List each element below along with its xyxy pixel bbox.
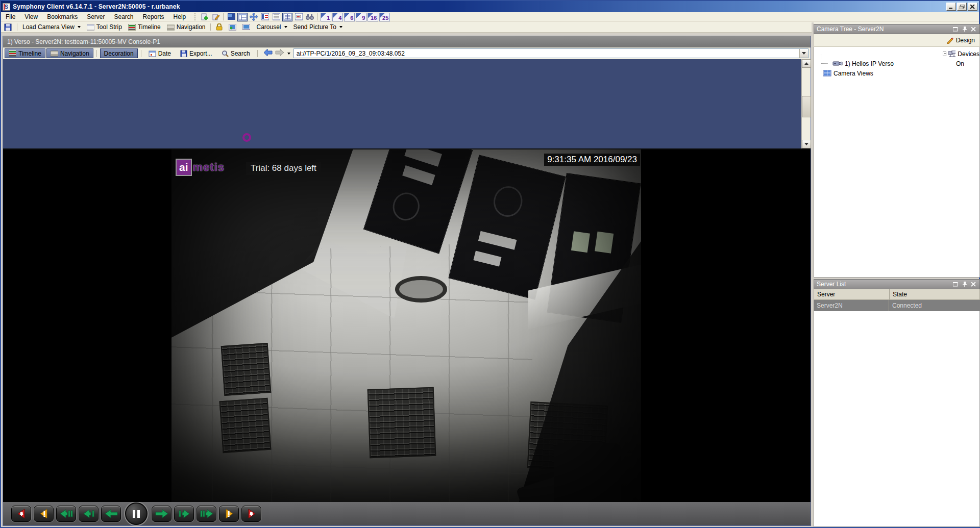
timeline-panel[interactable] — [3, 59, 811, 149]
close-panel-icon[interactable] — [970, 281, 977, 287]
float-panel-icon[interactable] — [952, 281, 959, 287]
camera-icon — [832, 61, 843, 67]
scroll-down-button[interactable] — [802, 140, 811, 148]
timeline-button[interactable]: Timeline — [5, 48, 45, 58]
menu-server[interactable]: Server — [82, 12, 109, 21]
layout-6-icon[interactable]: 6 — [344, 13, 355, 21]
dropdown-caret-icon — [802, 52, 806, 55]
server-row[interactable]: Server2N Connected — [814, 300, 980, 311]
float-panel-icon[interactable] — [952, 26, 959, 32]
layout-9-icon[interactable]: 9 — [356, 13, 366, 21]
trial-banner: Trial: 68 days left — [246, 162, 321, 175]
server-list-body — [814, 311, 980, 527]
column-header-state[interactable]: State — [890, 289, 979, 299]
camera-tree: Devices 1) Helios IP Verso On Camera Vie… — [814, 47, 980, 278]
camera-tree-title: Camera Tree - Server2N — [817, 26, 884, 33]
history-back-button[interactable] — [263, 48, 273, 59]
next-alarm-button[interactable] — [241, 506, 261, 522]
minimize-button[interactable] — [946, 3, 956, 11]
column-header-server[interactable]: Server — [814, 289, 890, 299]
menu-reports[interactable]: Reports — [138, 12, 169, 21]
server-list-titlebar: Server List — [814, 279, 980, 289]
jump-backward-button[interactable] — [56, 506, 76, 522]
pin-panel-icon[interactable] — [961, 281, 968, 287]
step-backward-button[interactable] — [79, 506, 99, 522]
tree-node-label: Devices — [958, 51, 979, 58]
camera-video-frame[interactable]: ai metis Trial: 68 days left 9:31:35 AM … — [172, 149, 641, 502]
binoculars-search-icon[interactable] — [305, 13, 315, 21]
server-state-cell: Connected — [889, 300, 980, 311]
multi-view-icon[interactable] — [282, 13, 292, 21]
export-button[interactable]: Export... — [176, 48, 216, 58]
list-view-icon[interactable] — [271, 13, 281, 21]
alarm-list-icon[interactable] — [260, 13, 270, 21]
jump-forward-button[interactable] — [197, 506, 216, 522]
pencil-icon — [946, 37, 953, 44]
edit-report-icon[interactable] — [210, 13, 220, 21]
timeline-scrollbar[interactable] — [801, 59, 811, 148]
date-button[interactable]: Date — [144, 48, 175, 58]
logo-ai-box: ai — [176, 159, 192, 176]
monitor-panel-icon[interactable] — [226, 13, 236, 21]
timeline-event-marker[interactable] — [242, 133, 251, 142]
layout-grid-icon[interactable] — [237, 13, 248, 21]
scrollbar-thumb[interactable] — [802, 96, 811, 117]
tree-connector — [821, 63, 828, 64]
close-panel-icon[interactable] — [970, 26, 977, 32]
side-panels: Camera Tree - Server2N Design Devices — [814, 24, 980, 527]
menu-bookmarks[interactable]: Bookmarks — [42, 12, 82, 21]
decoration-button[interactable]: Decoration — [100, 48, 138, 58]
menu-file[interactable]: File — [1, 12, 20, 21]
video-area: ai metis Trial: 68 days left 9:31:35 AM … — [3, 149, 811, 502]
restore-button[interactable] — [957, 3, 967, 11]
history-forward-button[interactable] — [275, 48, 285, 59]
layout-4-icon[interactable]: 4 — [332, 13, 343, 21]
fisheye-vignette — [172, 149, 641, 502]
message-view-icon[interactable] — [293, 13, 304, 21]
menu-help[interactable]: Help — [169, 12, 191, 21]
camera-panel-header[interactable]: 1) Verso - Server2N: testteam-11:50005-M… — [3, 36, 811, 47]
address-bar — [293, 48, 808, 58]
play-forward-button[interactable] — [152, 506, 172, 522]
title-bar: S Symphony Client v6.14.7.1 - Server2N:5… — [1, 1, 979, 12]
design-toolbar: Design — [814, 34, 980, 47]
playback-controls — [3, 502, 811, 525]
camera-panel: 1) Verso - Server2N: testteam-11:50005-M… — [3, 36, 811, 526]
close-button[interactable] — [968, 3, 977, 11]
add-report-icon[interactable] — [199, 13, 209, 21]
pin-panel-icon[interactable] — [961, 26, 968, 32]
camera-panel-toolbar: Timeline Navigation Decoration Date Expo… — [3, 47, 811, 59]
history-dropdown-caret-icon[interactable] — [287, 53, 290, 55]
tree-node-helios[interactable]: 1) Helios IP Verso On — [814, 59, 979, 68]
tree-node-camera-views[interactable]: Camera Views — [814, 68, 979, 78]
layout-1-icon[interactable]: 1 — [321, 13, 331, 21]
search-button[interactable]: Search — [217, 48, 254, 58]
server-list-header: Server State — [814, 289, 980, 300]
next-event-button[interactable] — [219, 506, 239, 522]
step-forward-button[interactable] — [174, 506, 194, 522]
address-input[interactable] — [294, 50, 799, 57]
video-timestamp: 9:31:35 AM 2016/09/23 — [544, 154, 640, 166]
window-title: Symphony Client v6.14.7.1 - Server2N:500… — [13, 3, 180, 10]
menu-search[interactable]: Search — [110, 12, 138, 21]
layout-16-icon[interactable]: 16 — [368, 13, 378, 21]
tree-node-label: Camera Views — [834, 70, 873, 77]
menu-view[interactable]: View — [20, 12, 42, 21]
design-button[interactable]: Design — [956, 37, 975, 44]
aimetis-logo: ai metis — [176, 159, 225, 176]
tree-node-devices[interactable]: Devices — [814, 49, 979, 59]
pan-arrows-icon[interactable] — [249, 13, 259, 21]
previous-event-button[interactable] — [34, 506, 54, 522]
camera-tree-titlebar: Camera Tree - Server2N — [814, 24, 980, 34]
camera-views-icon — [823, 70, 831, 77]
scroll-up-button[interactable] — [802, 59, 811, 68]
devices-icon — [948, 51, 955, 58]
address-dropdown-button[interactable] — [799, 49, 808, 58]
collapse-expander-icon[interactable] — [943, 52, 946, 56]
server-name-cell: Server2N — [814, 300, 889, 311]
play-backward-button[interactable] — [101, 506, 121, 522]
previous-alarm-button[interactable] — [11, 506, 31, 522]
pause-button[interactable] — [125, 502, 148, 525]
navigation-button[interactable]: Navigation — [46, 48, 93, 58]
layout-25-icon[interactable]: 25 — [379, 13, 390, 21]
